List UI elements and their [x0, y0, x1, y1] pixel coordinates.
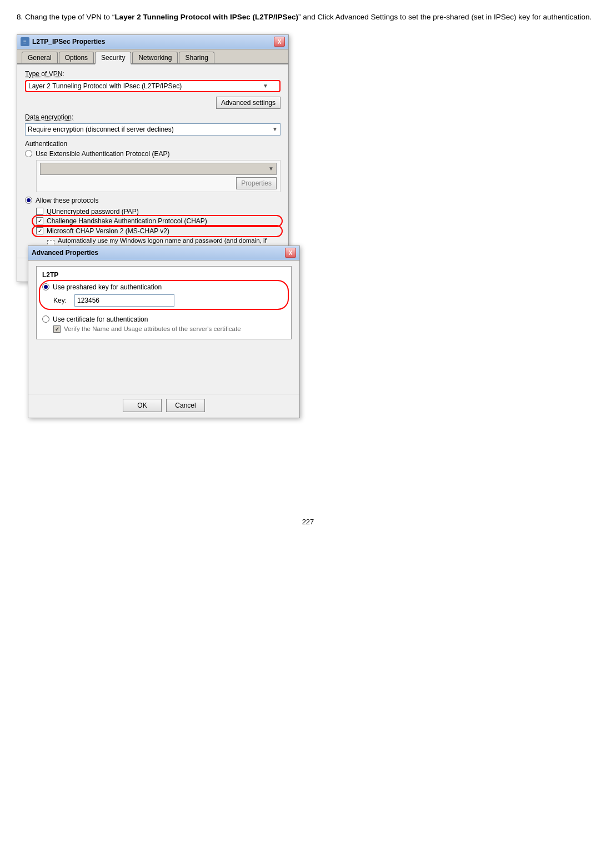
key-row: Key: — [53, 294, 286, 307]
dialog1-tabs: General Options Security Networking Shar… — [17, 49, 288, 64]
chap-checkbox[interactable] — [36, 217, 43, 224]
authentication-label: Authentication — [25, 140, 281, 148]
eap-indent-box: ▼ Properties — [36, 160, 281, 192]
dialog2-ok-button[interactable]: OK — [123, 399, 162, 412]
mschapv2-label: Microsoft CHAP Version 2 (MS-CHAP v2) — [47, 227, 169, 235]
vpn-type-value: Layer 2 Tunneling Protocol with IPsec (L… — [28, 82, 182, 90]
vpn-type-arrow: ▼ — [263, 83, 268, 89]
dialog2-content: L2TP Use preshared key for authenticatio… — [28, 260, 299, 394]
data-encryption-value: Require encryption (disconnect if server… — [28, 126, 174, 133]
dialog1-close-button[interactable]: X — [274, 37, 285, 47]
text-after: ” and Click Advanced Settings to set the… — [298, 13, 592, 21]
vpn-type-dropdown[interactable]: Layer 2 Tunneling Protocol with IPsec (L… — [25, 80, 281, 92]
pap-checkbox-row: UUnencrypted password (PAP) — [36, 208, 281, 216]
data-encryption-arrow: ▼ — [272, 126, 278, 132]
preshared-label: Use preshared key for authentication — [53, 283, 162, 291]
dialogs-container: ≡ L2TP_IPSec Properties X General Option… — [17, 34, 311, 501]
dialog2-cancel-button[interactable]: Cancel — [166, 399, 205, 412]
chap-label: Challenge Handshake Authentication Proto… — [47, 217, 207, 225]
dialog1-content: Type of VPN: Layer 2 Tunneling Protocol … — [17, 64, 288, 258]
tab-networking[interactable]: Networking — [132, 52, 178, 63]
page-number: 227 — [17, 518, 599, 526]
l2tp-section-title: L2TP — [42, 271, 286, 279]
tab-general[interactable]: General — [22, 52, 58, 63]
properties-button[interactable]: Properties — [236, 177, 277, 189]
data-encryption-row: Require encryption (disconnect if server… — [25, 123, 281, 136]
text-before: Chang the type of VPN to “ — [25, 13, 114, 21]
allow-protocols-label: Allow these protocols — [36, 197, 98, 204]
dialog2-title-left: Advanced Properties — [32, 249, 98, 257]
mschapv2-checkbox[interactable] — [36, 227, 43, 234]
certificate-label: Use certificate for authentication — [53, 315, 148, 323]
certificate-radio-row: Use certificate for authentication — [42, 315, 286, 323]
key-input[interactable] — [74, 294, 174, 307]
tab-sharing[interactable]: Sharing — [179, 52, 214, 63]
dialog2-title: Advanced Properties — [32, 249, 98, 257]
advanced-settings-button[interactable]: Advanced settings — [216, 97, 281, 109]
tab-security[interactable]: Security — [95, 52, 131, 64]
certificate-radio[interactable] — [42, 315, 49, 323]
tab-options[interactable]: Options — [59, 52, 94, 63]
chap-checkbox-row: Challenge Handshake Authentication Proto… — [36, 217, 281, 225]
verify-label: Verify the Name and Usage attributes of … — [64, 325, 241, 332]
dialog2-close-button[interactable]: X — [285, 248, 296, 258]
allow-protocols-radio-row: Allow these protocols — [25, 197, 281, 204]
mschapv2-checkbox-row: Microsoft CHAP Version 2 (MS-CHAP v2) — [36, 227, 281, 235]
l2tp-section-box: L2TP Use preshared key for authenticatio… — [36, 266, 292, 339]
key-label: Key: — [53, 297, 70, 304]
type-of-vpn-label: Type of VPN: — [25, 70, 281, 78]
data-encryption-label: Data encryption: — [25, 113, 281, 121]
dialog2-titlebar: Advanced Properties X — [28, 246, 299, 260]
data-encryption-dropdown[interactable]: Require encryption (disconnect if server… — [25, 123, 281, 136]
bold-vpn-type: Layer 2 Tunneling Protocol with IPSec (L… — [114, 13, 298, 21]
step-number: 8. — [17, 13, 23, 21]
eap-dropdown-arrow: ▼ — [268, 166, 274, 172]
verify-checkbox-row: Verify the Name and Usage attributes of … — [53, 325, 286, 333]
verify-checkbox[interactable] — [53, 325, 61, 333]
preshared-radio[interactable] — [42, 283, 49, 290]
allow-protocols-radio[interactable] — [25, 197, 32, 204]
eap-label: Use Extensible Authentication Protocol (… — [36, 150, 169, 158]
eap-type-dropdown[interactable]: ▼ — [40, 163, 277, 175]
dialog1-titlebar: ≡ L2TP_IPSec Properties X — [17, 35, 288, 49]
dialog1-title: L2TP_IPSec Properties — [32, 38, 105, 46]
dialog1-icon: ≡ — [21, 37, 29, 46]
instruction-text: 8. Chang the type of VPN to “Layer 2 Tun… — [17, 11, 599, 23]
eap-radio[interactable] — [25, 150, 32, 157]
preshared-radio-row: Use preshared key for authentication — [42, 283, 286, 291]
eap-radio-row: Use Extensible Authentication Protocol (… — [25, 150, 281, 158]
pap-label: UUnencrypted password (PAP) — [47, 208, 139, 216]
pap-checkbox[interactable] — [36, 208, 43, 215]
advanced-properties-dialog: Advanced Properties X L2TP Use preshared… — [28, 245, 300, 418]
dialog1-title-left: ≡ L2TP_IPSec Properties — [21, 37, 105, 46]
dialog2-footer: OK Cancel — [28, 394, 299, 418]
